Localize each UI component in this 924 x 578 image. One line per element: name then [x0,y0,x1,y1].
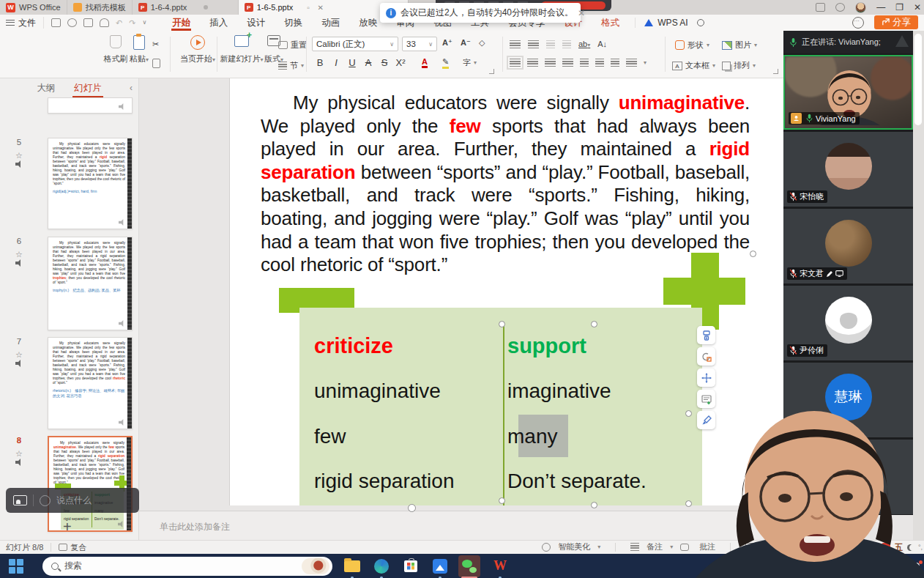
font-effect-B[interactable]: B [312,57,328,68]
numbering-icon[interactable] [528,40,539,48]
ime-mode[interactable]: 五 [895,542,903,553]
reading-view-icon[interactable] [779,543,789,551]
bullets-icon[interactable] [510,40,521,48]
increase-indent-icon[interactable] [562,40,571,48]
slide-thumbnail-6[interactable]: My physical educators were signally unim… [48,237,133,330]
para-spacing-icon[interactable] [611,59,619,67]
star-icon[interactable]: ☆ [12,250,26,259]
output-icon[interactable] [67,18,77,27]
section-button[interactable]: 节▾ [278,60,304,71]
selection-handle[interactable] [499,497,505,504]
sogou-icon[interactable] [882,543,890,552]
splitter-handle[interactable] [408,504,416,512]
smart-format-icon[interactable] [626,59,637,67]
notes-area[interactable]: 单击此处添加备注 [139,511,783,540]
moon-icon[interactable] [907,544,914,551]
criticize-column[interactable]: criticizeunimaginativefewrigid separatio… [314,324,454,504]
menu-tab-动画[interactable]: 动画 [312,15,349,31]
privacy-shield-icon[interactable] [835,3,845,12]
notification-bell-icon[interactable] [912,562,921,571]
participant-tile-宋怡晓[interactable]: 宋怡晓 [783,132,913,207]
taskbar-wps[interactable]: W [491,557,510,576]
slide-thumbnail-5[interactable]: My physical educators were signally unim… [48,138,133,229]
textbox-button[interactable]: A 文本框▾ [672,60,715,71]
table-cell[interactable]: criticize [314,324,454,369]
font-effect-U[interactable]: U [344,57,360,68]
star-icon[interactable]: ☆ [12,151,26,160]
maximize-button[interactable]: ❐ [895,2,903,12]
toast-close-icon[interactable]: ✕ [578,8,585,18]
start-button[interactable] [9,559,23,574]
taskbar-wechat-active[interactable] [458,555,480,577]
table-cell[interactable]: support [507,324,647,369]
paste-button[interactable]: 粘贴▾ [123,35,155,64]
tab-outline[interactable]: 大纲 [37,82,55,95]
theme-name[interactable]: 复合 [70,542,86,553]
play-from-current-button[interactable]: 当页开始▾ [177,35,218,64]
font-effect-X²[interactable]: X² [392,57,409,68]
menu-tab-切换[interactable]: 切换 [275,15,312,31]
search-icon[interactable] [697,19,704,26]
emoji-icon[interactable] [40,495,51,506]
taskbar-search[interactable]: 搜索 [42,557,332,576]
selection-handle[interactable] [591,321,597,327]
copy-button[interactable] [152,59,160,68]
save-icon[interactable] [51,18,61,27]
table-cell[interactable]: Don’t separate. [507,459,647,505]
clock[interactable]: 11:11 2026/1/26 [871,557,906,575]
menu-tab-设计[interactable]: 设计 [237,15,275,31]
compare-table[interactable]: criticizeunimaginativefewrigid separatio… [299,308,702,505]
slide-thumb-partial[interactable] [48,97,133,114]
align-left-icon[interactable] [510,59,521,67]
slide-thumbnail-7[interactable]: My physical educators were signally unim… [48,337,133,429]
font-name-select[interactable]: Calibri (正文)∨ [312,37,398,51]
slide-thumbnail-8[interactable]: My physical educators were signally unim… [48,436,133,532]
clear-format-button[interactable]: ◇ [479,38,485,48]
selection-handle[interactable] [685,410,692,417]
redo-icon[interactable]: ↷ [129,18,135,27]
selection-handle[interactable] [685,500,692,507]
zoom-out-button[interactable]: — [822,543,830,552]
font-effect-I[interactable]: I [328,57,344,68]
minimize-button[interactable]: — [876,2,885,12]
green-plus-shape[interactable] [663,278,745,305]
font-color-button[interactable]: A [422,57,428,68]
table-cell[interactable]: few [314,414,454,459]
decrease-indent-icon[interactable] [546,40,555,48]
tab-docer[interactable]: 找稻壳模板 [67,0,133,15]
share-button[interactable]: 分享 [874,15,918,29]
table-cell[interactable]: many [507,414,647,459]
decrease-font-button[interactable]: A⁻ [461,38,471,48]
participant-tile-VivianYang[interactable]: VivianYang [783,55,913,130]
participant-tile-邓慧琳[interactable]: 慧琳邓慧琳 [783,363,913,437]
table-cell[interactable]: imaginative [507,369,647,415]
audio-icon[interactable] [12,259,26,268]
chat-placeholder[interactable]: 说点什么 [56,494,92,507]
picture-button[interactable]: 图片▾ [722,40,757,51]
table-cell[interactable]: rigid separation [314,459,454,505]
brush-tool-icon[interactable] [697,411,715,429]
line-spacing-icon[interactable] [595,59,604,67]
print-preview-icon[interactable] [100,18,109,27]
align-right-icon[interactable] [545,59,556,67]
copy-shape-tool-icon[interactable] [697,326,715,344]
tab-window-close-icons[interactable]: ▫ ✕ [307,4,327,12]
vertical-text-icon[interactable]: A↓ [597,40,607,48]
undo-icon[interactable]: ↶ [116,18,122,27]
text-direction-icon[interactable]: ab▾ [578,40,590,48]
char-shading-button[interactable]: 字▾ [463,57,477,68]
add-notes-tool-icon[interactable] [697,390,715,408]
font-size-select[interactable]: 33∨ [402,37,437,51]
customize-caret-icon[interactable]: ∨ [142,19,146,26]
meeting-quickbar[interactable]: 说点什么 [6,488,139,513]
feedback-smiley-icon[interactable] [852,17,864,29]
menu-tab-插入[interactable]: 插入 [200,15,237,31]
tab-doc-164[interactable]: P 1-6-4.pptx [133,0,239,15]
add-slide-button[interactable]: + [63,519,72,536]
menu-tab-开始[interactable]: 开始 [163,15,200,31]
comments-toggle[interactable]: 批注 [699,541,715,552]
taskbar-blue-app[interactable] [431,557,450,576]
rotate-tool-icon[interactable] [697,347,715,366]
selection-handle[interactable] [591,502,597,508]
star-icon[interactable]: ☆ [12,350,26,360]
